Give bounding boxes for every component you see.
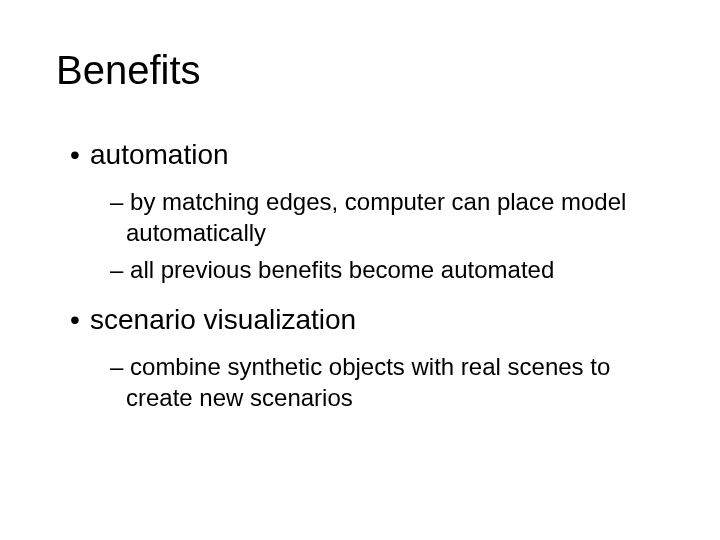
bullet-marker-l1: • <box>70 302 90 337</box>
bullet-marker-l2: – <box>110 353 123 380</box>
bullet-marker-l1: • <box>70 137 90 172</box>
bullet-level-2: – combine synthetic objects with real sc… <box>110 351 634 413</box>
bullet-level-1: •scenario visualization <box>70 302 664 337</box>
bullet-level-2: – by matching edges, computer can place … <box>110 186 634 248</box>
bullet-text: all previous benefits become automated <box>130 256 554 283</box>
bullet-marker-l2: – <box>110 188 123 215</box>
bullet-text: by matching edges, computer can place mo… <box>126 188 626 246</box>
slide-title: Benefits <box>56 48 664 93</box>
bullet-group: •scenario visualization – combine synthe… <box>56 302 664 413</box>
bullet-level-1: •automation <box>70 137 664 172</box>
bullet-marker-l2: – <box>110 256 123 283</box>
bullet-group: •automation – by matching edges, compute… <box>56 137 664 286</box>
bullet-text: automation <box>90 139 229 170</box>
bullet-text: scenario visualization <box>90 304 356 335</box>
bullet-text: combine synthetic objects with real scen… <box>126 353 610 411</box>
bullet-level-2: – all previous benefits become automated <box>110 254 634 285</box>
